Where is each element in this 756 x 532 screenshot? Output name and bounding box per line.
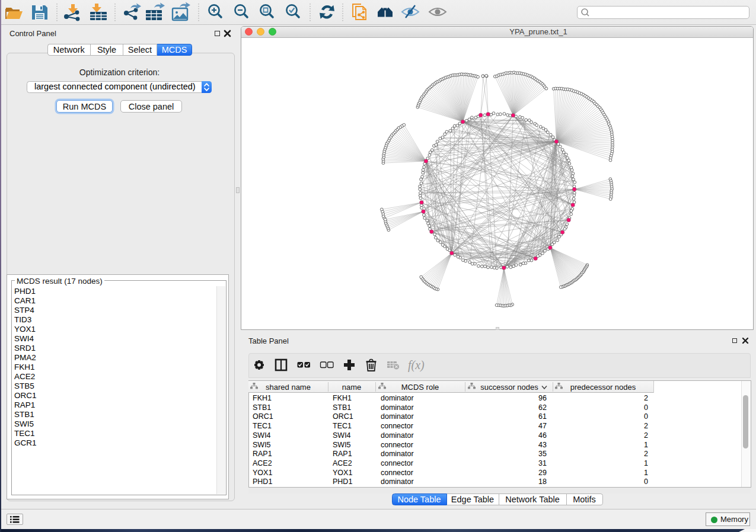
svg-text:f(x): f(x)	[408, 358, 425, 372]
